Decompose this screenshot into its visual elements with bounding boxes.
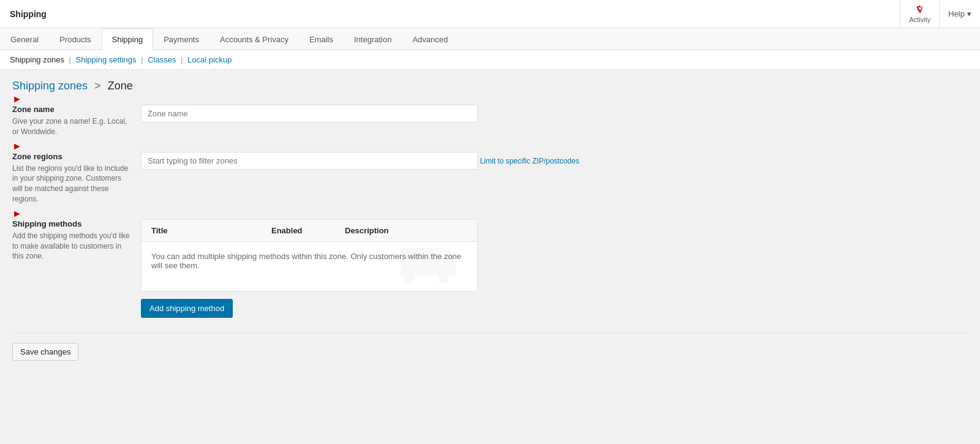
- zone-name-description: Give your zone a name! E.g. Local, or Wo…: [12, 116, 131, 137]
- subnav-item-classes[interactable]: Classes: [148, 55, 176, 64]
- zone-regions-content: Limit to specific ZIP/postcodes: [141, 152, 968, 170]
- tab-advanced[interactable]: Advanced: [402, 28, 458, 50]
- shipping-methods-arrow-icon: ►: [12, 208, 22, 219]
- tab-accounts-privacy[interactable]: Accounts & Privacy: [209, 28, 299, 50]
- breadcrumb-current: Zone: [108, 80, 133, 92]
- col-description: Description: [345, 226, 467, 235]
- chevron-down-icon: ▾: [967, 9, 971, 18]
- save-changes-button[interactable]: Save changes: [12, 343, 78, 361]
- methods-add-row: Add shipping method: [141, 299, 968, 318]
- nav-tabs: General Products Shipping Payments Accou…: [0, 28, 980, 50]
- zone-name-input[interactable]: [141, 105, 478, 122]
- subnav-item-shipping-settings[interactable]: Shipping settings: [76, 55, 137, 64]
- zone-name-content: [141, 105, 968, 122]
- breadcrumb-parent-link[interactable]: Shipping zones: [12, 80, 88, 92]
- subnav-item-shipping-zones: Shipping zones: [10, 55, 64, 64]
- shipping-methods-description: Add the shipping methods you'd like to m…: [12, 231, 131, 262]
- add-shipping-method-button[interactable]: Add shipping method: [141, 299, 233, 318]
- zone-regions-label-col: ► Zone regions List the regions you'd li…: [12, 152, 141, 205]
- tab-emails[interactable]: Emails: [299, 28, 344, 50]
- svg-point-2: [439, 274, 448, 284]
- sub-nav: Shipping zones | Shipping settings | Cla…: [0, 50, 980, 70]
- activity-button[interactable]: Activity: [900, 0, 939, 28]
- breadcrumb-separator: >: [94, 80, 101, 92]
- tab-shipping[interactable]: Shipping: [102, 28, 154, 50]
- tab-integration[interactable]: Integration: [344, 28, 402, 50]
- zone-regions-description: List the regions you'd like to include i…: [12, 164, 131, 205]
- top-bar: Shipping Activity Help ▾: [0, 0, 980, 28]
- zone-regions-row: ► Zone regions List the regions you'd li…: [12, 152, 968, 205]
- save-row: Save changes: [12, 333, 968, 361]
- zone-regions-input[interactable]: [141, 152, 478, 170]
- tab-products[interactable]: Products: [49, 28, 101, 50]
- top-bar-right: Activity Help ▾: [900, 0, 980, 28]
- zone-name-label-col: ► Zone name Give your zone a name! E.g. …: [12, 105, 141, 137]
- shipping-methods-row: ► Shipping methods Add the shipping meth…: [12, 219, 968, 318]
- shipping-methods-table: Title Enabled Description You can add mu…: [141, 219, 478, 292]
- col-enabled: Enabled: [271, 226, 345, 235]
- breadcrumb: Shipping zones > Zone: [12, 80, 968, 92]
- shipping-methods-content: Title Enabled Description You can add mu…: [141, 219, 968, 318]
- svg-point-1: [405, 274, 415, 284]
- methods-table-header: Title Enabled Description: [141, 220, 477, 242]
- activity-icon: [915, 5, 925, 15]
- page-title: Shipping: [10, 9, 47, 19]
- shipping-methods-heading: Shipping methods: [12, 219, 131, 228]
- subnav-item-local-pickup[interactable]: Local pickup: [187, 55, 232, 64]
- shipping-methods-label-col: ► Shipping methods Add the shipping meth…: [12, 219, 141, 262]
- methods-watermark: [355, 242, 477, 291]
- page-content: Shipping zones > Zone ► Zone name Give y…: [0, 70, 980, 371]
- zone-name-arrow-icon: ►: [12, 94, 22, 105]
- tab-general[interactable]: General: [0, 28, 49, 50]
- methods-table-body: You can add multiple shipping methods wi…: [141, 242, 477, 291]
- col-title: Title: [151, 226, 271, 235]
- limit-zip-link[interactable]: Limit to specific ZIP/postcodes: [480, 157, 579, 165]
- zone-name-row: ► Zone name Give your zone a name! E.g. …: [12, 105, 968, 137]
- help-button[interactable]: Help ▾: [939, 0, 980, 28]
- tab-payments[interactable]: Payments: [153, 28, 209, 50]
- watermark-truck-icon: [379, 242, 477, 291]
- zone-regions-arrow-icon: ►: [12, 141, 22, 152]
- zone-regions-heading: Zone regions: [12, 152, 131, 161]
- zone-name-heading: Zone name: [12, 105, 131, 114]
